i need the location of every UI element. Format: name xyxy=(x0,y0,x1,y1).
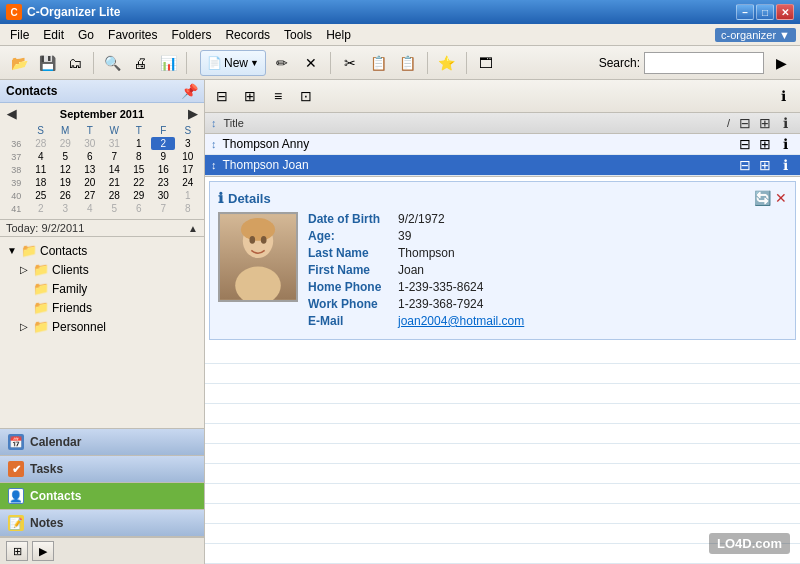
star-button[interactable]: ⭐ xyxy=(434,50,460,76)
cal-day[interactable]: 8 xyxy=(175,202,200,215)
cal-day[interactable]: 3 xyxy=(53,202,78,215)
record2-view-btn[interactable]: ⊟ xyxy=(736,157,754,173)
col-view-btn-3[interactable]: ℹ xyxy=(776,115,794,131)
today-collapse-button[interactable]: ▲ xyxy=(188,223,198,234)
col-view-btn-1[interactable]: ⊟ xyxy=(736,115,754,131)
cal-day[interactable]: 1 xyxy=(126,137,151,150)
cal-day[interactable]: 28 xyxy=(28,137,53,150)
search-go-button[interactable]: ▶ xyxy=(768,50,794,76)
delete-button[interactable]: ✕ xyxy=(298,50,324,76)
cal-day[interactable]: 7 xyxy=(102,150,127,163)
tree-item-contacts[interactable]: ▼ 📁 Contacts xyxy=(4,241,200,260)
cal-day[interactable]: 27 xyxy=(77,189,102,202)
cal-day[interactable]: 2 xyxy=(28,202,53,215)
record2-edit-btn[interactable]: ⊞ xyxy=(756,157,774,173)
pin-icon[interactable]: 📌 xyxy=(181,83,198,99)
menu-edit[interactable]: Edit xyxy=(37,26,70,44)
col-view-btn-2[interactable]: ⊞ xyxy=(756,115,774,131)
export-button[interactable]: 📊 xyxy=(155,50,181,76)
menu-favorites[interactable]: Favorites xyxy=(102,26,163,44)
cal-day[interactable]: 30 xyxy=(151,189,176,202)
record-info-btn[interactable]: ℹ xyxy=(776,136,794,152)
cal-day[interactable]: 6 xyxy=(77,150,102,163)
window-button[interactable]: 🗔 xyxy=(473,50,499,76)
nav-notes[interactable]: 📝 Notes xyxy=(0,510,204,537)
close-button[interactable]: ✕ xyxy=(776,4,794,20)
minimize-button[interactable]: – xyxy=(736,4,754,20)
toolbar-btn-3[interactable]: 🗂 xyxy=(62,50,88,76)
cal-day[interactable]: 23 xyxy=(151,176,176,189)
save-button[interactable]: 💾 xyxy=(34,50,60,76)
cal-day[interactable]: 25 xyxy=(28,189,53,202)
cal-day[interactable]: 24 xyxy=(175,176,200,189)
cal-day[interactable]: 14 xyxy=(102,163,127,176)
cal-day[interactable]: 3 xyxy=(175,137,200,150)
maximize-button[interactable]: □ xyxy=(756,4,774,20)
menu-right-label[interactable]: c-organizer ▼ xyxy=(715,28,796,42)
print-button[interactable]: 🖨 xyxy=(127,50,153,76)
cal-day[interactable]: 5 xyxy=(102,202,127,215)
record-view-btn[interactable]: ⊟ xyxy=(736,136,754,152)
details-close-btn[interactable]: ✕ xyxy=(775,190,787,206)
view-btn-2[interactable]: ⊞ xyxy=(237,83,263,109)
cal-prev-button[interactable]: ◀ xyxy=(4,107,19,121)
sidebar-options-button[interactable]: ⊞ xyxy=(6,541,28,561)
view-btn-3[interactable]: ≡ xyxy=(265,83,291,109)
search-input[interactable] xyxy=(644,52,764,74)
cal-day[interactable]: 15 xyxy=(126,163,151,176)
tree-item-clients[interactable]: ▷ 📁 Clients xyxy=(4,260,200,279)
nav-tasks[interactable]: ✔ Tasks xyxy=(0,456,204,483)
cal-next-button[interactable]: ▶ xyxy=(185,107,200,121)
menu-tools[interactable]: Tools xyxy=(278,26,318,44)
tree-item-friends[interactable]: 📁 Friends xyxy=(4,298,200,317)
paste-button[interactable]: 📋 xyxy=(395,50,421,76)
cal-day[interactable]: 20 xyxy=(77,176,102,189)
cal-day[interactable]: 7 xyxy=(151,202,176,215)
new-button[interactable]: 📄 New ▼ xyxy=(200,50,266,76)
cal-day[interactable]: 11 xyxy=(28,163,53,176)
edit-button[interactable]: ✏ xyxy=(269,50,295,76)
tree-item-family[interactable]: 📁 Family xyxy=(4,279,200,298)
cal-day[interactable]: 4 xyxy=(28,150,53,163)
menu-file[interactable]: File xyxy=(4,26,35,44)
cal-day[interactable]: 21 xyxy=(102,176,127,189)
record-edit-btn[interactable]: ⊞ xyxy=(756,136,774,152)
sidebar-expand-button[interactable]: ▶ xyxy=(32,541,54,561)
record2-info-btn[interactable]: ℹ xyxy=(776,157,794,173)
cal-day[interactable]: 17 xyxy=(175,163,200,176)
cal-day[interactable]: 6 xyxy=(126,202,151,215)
cal-day[interactable]: 9 xyxy=(151,150,176,163)
cal-day[interactable]: 13 xyxy=(77,163,102,176)
cut-button[interactable]: ✂ xyxy=(337,50,363,76)
cal-day[interactable]: 30 xyxy=(77,137,102,150)
details-refresh-btn[interactable]: 🔄 xyxy=(754,190,771,206)
cal-today[interactable]: 2 xyxy=(151,137,176,150)
menu-go[interactable]: Go xyxy=(72,26,100,44)
cal-day[interactable]: 29 xyxy=(126,189,151,202)
nav-contacts[interactable]: 👤 Contacts xyxy=(0,483,204,510)
cal-day[interactable]: 1 xyxy=(175,189,200,202)
menu-records[interactable]: Records xyxy=(219,26,276,44)
cal-day[interactable]: 22 xyxy=(126,176,151,189)
cal-day[interactable]: 18 xyxy=(28,176,53,189)
tree-item-personnel[interactable]: ▷ 📁 Personnel xyxy=(4,317,200,336)
copy-button[interactable]: 📋 xyxy=(366,50,392,76)
table-row[interactable]: ↕ Thompson Joan ⊟ ⊞ ℹ xyxy=(205,155,800,176)
cal-day[interactable]: 8 xyxy=(126,150,151,163)
table-row[interactable]: ↕ Thompson Anny ⊟ ⊞ ℹ xyxy=(205,134,800,155)
menu-help[interactable]: Help xyxy=(320,26,357,44)
view-btn-1[interactable]: ⊟ xyxy=(209,83,235,109)
cal-day[interactable]: 19 xyxy=(53,176,78,189)
cal-day[interactable]: 29 xyxy=(53,137,78,150)
new-dropdown-arrow[interactable]: ▼ xyxy=(250,58,259,68)
nav-calendar[interactable]: 📅 Calendar xyxy=(0,429,204,456)
info-button[interactable]: ℹ xyxy=(770,83,796,109)
cal-day[interactable]: 16 xyxy=(151,163,176,176)
open-button[interactable]: 📂 xyxy=(6,50,32,76)
search-button[interactable]: 🔍 xyxy=(99,50,125,76)
cal-day[interactable]: 31 xyxy=(102,137,127,150)
field-value-email[interactable]: joan2004@hotmail.com xyxy=(398,314,524,328)
menu-folders[interactable]: Folders xyxy=(165,26,217,44)
cal-day[interactable]: 26 xyxy=(53,189,78,202)
view-btn-4[interactable]: ⊡ xyxy=(293,83,319,109)
